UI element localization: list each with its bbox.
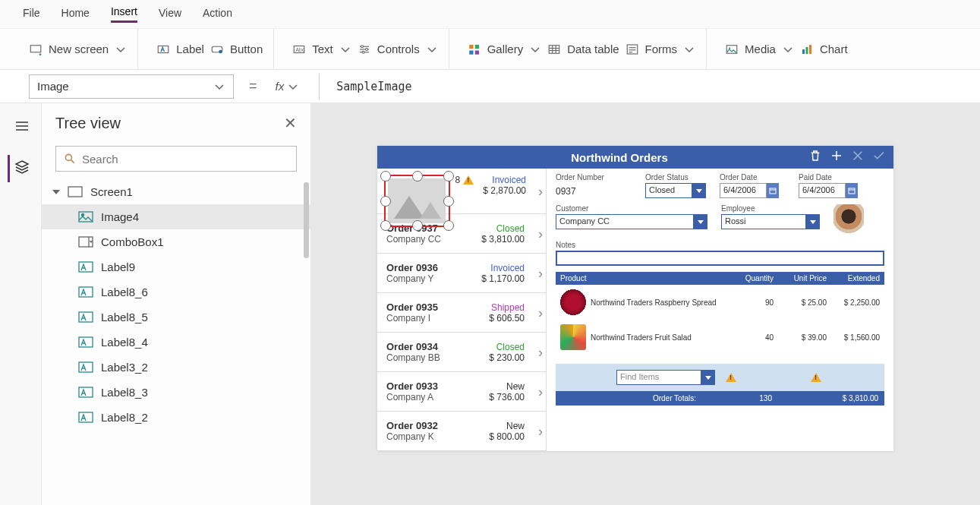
- calendar-icon: [846, 183, 858, 198]
- tab-action[interactable]: Action: [203, 7, 232, 22]
- media-button[interactable]: Media: [725, 43, 794, 56]
- employee-dropdown[interactable]: Rossi: [721, 214, 820, 229]
- paid-date-picker[interactable]: 6/4/2006: [799, 183, 864, 198]
- svg-rect-46: [79, 362, 93, 372]
- order-company: Company I: [386, 313, 489, 324]
- property-selector[interactable]: Image: [29, 74, 234, 99]
- tree-root-screen1[interactable]: Screen1: [42, 179, 310, 204]
- tree-search[interactable]: [55, 146, 297, 172]
- order-row[interactable]: Order 0933Company ANew$ 736.00›: [377, 372, 546, 412]
- canvas[interactable]: Northwind Orders 8: [311, 103, 980, 505]
- chevron-right-icon: ›: [538, 423, 543, 439]
- product-name: Northwind Traders Fruit Salad: [591, 333, 728, 342]
- check-icon[interactable]: [872, 149, 886, 166]
- tree-view-panel: Tree view ✕ Screen1 Image4 ComboBox1 Lab…: [42, 103, 311, 505]
- forms-button[interactable]: Forms: [625, 43, 696, 56]
- product-row[interactable]: Northwind Traders Raspberry Spread90$ 25…: [556, 285, 884, 320]
- chevron-down-icon: [529, 43, 541, 55]
- data-table-button[interactable]: Data table: [547, 43, 619, 56]
- text-button[interactable]: Abc Text: [292, 43, 351, 56]
- screen-icon: [68, 186, 83, 197]
- label-button[interactable]: Label: [156, 43, 204, 56]
- plus-icon[interactable]: [830, 149, 843, 166]
- tree-item-label8-2[interactable]: Label8_2: [42, 405, 310, 430]
- svg-point-35: [65, 154, 71, 160]
- tab-view[interactable]: View: [159, 7, 181, 22]
- chart-button[interactable]: Chart: [800, 43, 848, 56]
- tree-item-label3-2[interactable]: Label3_2: [42, 355, 310, 380]
- tree-item-label8-5[interactable]: Label8_5: [42, 305, 310, 330]
- product-qty: 90: [728, 298, 774, 307]
- formula-input[interactable]: SampleImage: [336, 80, 411, 93]
- notes-label: Notes: [556, 241, 884, 249]
- order-row[interactable]: Order 0934Company BBClosed$ 230.00›: [377, 333, 546, 372]
- svg-rect-16: [469, 50, 473, 54]
- scrollbar[interactable]: [304, 182, 309, 258]
- button-btn-label: Button: [230, 43, 263, 55]
- product-price: $ 39.00: [774, 333, 827, 342]
- product-thumb: [560, 289, 586, 315]
- left-rail: [0, 103, 42, 505]
- tree-item-label8-4[interactable]: Label8_4: [42, 330, 310, 355]
- tab-file[interactable]: File: [23, 7, 40, 22]
- trash-icon[interactable]: [808, 149, 822, 166]
- tree-item-combobox1[interactable]: ComboBox1: [42, 229, 310, 254]
- combobox-icon: [78, 236, 93, 248]
- find-items-dropdown[interactable]: Find Items: [616, 370, 715, 385]
- chart-btn-label: Chart: [820, 43, 848, 55]
- order-company: Company CC: [386, 234, 481, 245]
- product-thumb: [560, 324, 586, 350]
- product-row[interactable]: Northwind Traders Fruit Salad40$ 39.00$ …: [556, 320, 884, 355]
- order-status-dropdown[interactable]: Closed: [645, 183, 706, 198]
- tree-item-label8-6[interactable]: Label8_6: [42, 279, 310, 305]
- tree-item-label: ComboBox1: [101, 235, 164, 248]
- forms-icon: [625, 43, 639, 56]
- order-status: Shipped: [489, 302, 525, 313]
- tab-insert[interactable]: Insert: [111, 5, 137, 23]
- order-date-picker[interactable]: 6/4/2006: [720, 183, 785, 198]
- order-row[interactable]: Order 0935Company IShipped$ 606.50›: [377, 293, 546, 333]
- hamburger-icon[interactable]: [8, 114, 34, 141]
- order-title: Order 0934: [386, 341, 489, 352]
- label-icon: [78, 412, 93, 423]
- order-title: Order 0935: [386, 301, 489, 313]
- gallery-button[interactable]: Gallery: [468, 43, 542, 56]
- tree-item-label: Label8_4: [101, 336, 148, 349]
- table-icon: [547, 43, 561, 56]
- button-button[interactable]: Button: [210, 43, 263, 56]
- chevron-down-icon: [683, 43, 695, 55]
- order-status: Invoiced: [492, 175, 526, 185]
- tab-home[interactable]: Home: [61, 7, 90, 22]
- ribbon: New screen Label Button Abc Text Control…: [0, 29, 980, 70]
- order-row[interactable]: Order 0932Company KNew$ 800.00›: [377, 412, 546, 451]
- close-icon[interactable]: ✕: [284, 114, 297, 132]
- forms-btn-label: Forms: [645, 43, 678, 55]
- layers-icon[interactable]: [8, 155, 34, 182]
- label-icon: [156, 43, 170, 56]
- order-title: Order 0937: [386, 223, 481, 234]
- svg-line-36: [71, 160, 74, 163]
- controls-btn-label: Controls: [377, 43, 420, 55]
- cancel-icon[interactable]: [851, 149, 865, 166]
- svg-rect-18: [549, 45, 559, 53]
- product-price: $ 25.00: [774, 298, 827, 307]
- svg-rect-0: [30, 45, 41, 52]
- image-placeholder[interactable]: [388, 178, 446, 223]
- order-row[interactable]: Order 0936Company YInvoiced$ 1,170.00›: [377, 254, 546, 293]
- search-input[interactable]: [82, 153, 288, 166]
- tree-item-label8-3[interactable]: Label8_3: [42, 380, 310, 405]
- tree-view-title: Tree view: [55, 115, 121, 132]
- controls-button[interactable]: Controls: [358, 43, 438, 56]
- tree-item-label: Label3_2: [101, 361, 148, 374]
- tree-item-label9[interactable]: Label9: [42, 254, 310, 279]
- chevron-right-icon: ›: [538, 183, 543, 199]
- chevron-right-icon: ›: [538, 265, 543, 281]
- fx-button[interactable]: fx: [273, 80, 303, 93]
- tree-item-image4[interactable]: Image4: [42, 204, 310, 229]
- customer-dropdown[interactable]: Company CC: [556, 214, 707, 229]
- new-screen-button[interactable]: New screen: [29, 43, 127, 56]
- svg-rect-44: [79, 312, 93, 322]
- data-table-btn-label: Data table: [567, 43, 619, 55]
- order-amount: $ 2,870.00: [455, 185, 526, 196]
- notes-input[interactable]: [556, 251, 884, 266]
